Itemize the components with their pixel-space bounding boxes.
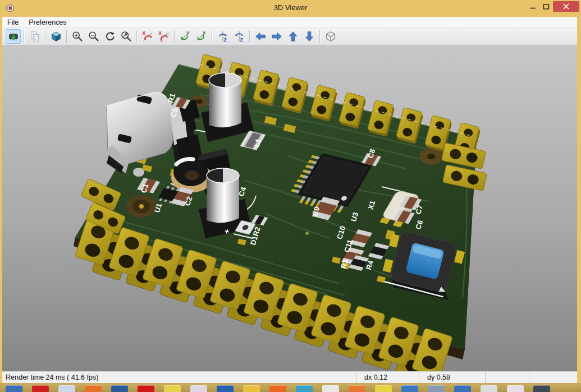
toolbar-separator [319, 30, 320, 43]
rotate-z-pos-icon: Z [233, 30, 245, 43]
toolbar-separator [249, 30, 250, 43]
svg-text:Y: Y [186, 31, 189, 36]
toolbar-separator [45, 30, 45, 43]
rotate-y-pos-icon: Y [195, 30, 208, 43]
taskbar-app-icon[interactable] [322, 385, 339, 392]
status-empty [485, 372, 529, 383]
render-shaded-button[interactable] [48, 29, 63, 44]
toolbar-separator [174, 30, 175, 43]
rotate-z-neg-button[interactable]: Z [215, 29, 230, 44]
taskbar-app-icon[interactable] [32, 385, 49, 392]
rotate-z-pos-button[interactable]: Z [231, 29, 246, 44]
taskbar-app-icon[interactable] [58, 385, 75, 392]
taskbar-icons [6, 384, 560, 392]
rotate-x-pos-icon: X [158, 30, 170, 43]
arrow-up-icon [287, 30, 299, 43]
close-button[interactable] [553, 1, 579, 12]
toolbar-separator [212, 30, 212, 43]
taskbar-app-icon[interactable] [269, 385, 286, 392]
maximize-button[interactable] [539, 1, 553, 12]
zoom-to-fit-button[interactable] [118, 29, 134, 44]
copy-image-button[interactable] [27, 29, 42, 44]
rotate-x-neg-icon: X [141, 30, 154, 43]
move-down-button[interactable] [301, 29, 317, 44]
rotate-y-neg-button[interactable]: Y [177, 29, 193, 44]
zoom-out-button[interactable] [86, 29, 101, 44]
rotate-z-neg-icon: Z [217, 30, 229, 43]
statusbar: Render time 24 ms ( 41.6 fps) dx 0.12 dy… [2, 371, 577, 383]
rotate-y-pos-button[interactable]: Y [194, 29, 209, 44]
minimize-button[interactable] [526, 1, 539, 12]
pcb-3d-render[interactable]: R1 C5 L1 C1 U1 C2 C4 + D1R2 C8 C9 C10 C1… [2, 45, 577, 371]
taskbar-app-icon[interactable] [481, 385, 497, 392]
taskbar-app-icon[interactable] [454, 385, 471, 392]
reload-board-button[interactable] [6, 29, 21, 44]
taskbar-app-icon[interactable] [349, 385, 365, 392]
zoom-out-icon [88, 30, 100, 43]
taskbar-app-icon[interactable] [296, 385, 313, 392]
svg-text:Z: Z [223, 38, 226, 43]
status-render-time: Render time 24 ms ( 41.6 fps) [2, 372, 356, 383]
redraw-icon [104, 30, 116, 43]
reload-board-icon [7, 30, 20, 43]
menu-preferences[interactable]: Preferences [24, 17, 71, 27]
window-title: 3D Viewer [0, 3, 581, 12]
taskbar-app-icon[interactable] [6, 385, 22, 392]
ortho-cube-icon [324, 30, 337, 43]
status-dy: dy 0.58 [419, 372, 485, 383]
3d-viewer-window: 3D Viewer File Preferences [0, 0, 581, 392]
svg-text:Z: Z [240, 38, 243, 43]
taskbar-app-icon[interactable] [428, 385, 445, 392]
taskbar-app-icon[interactable] [243, 385, 260, 392]
taskbar-app-icon[interactable] [164, 385, 181, 392]
taskbar-app-icon[interactable] [85, 385, 102, 392]
menubar: File Preferences [2, 17, 577, 28]
zoom-in-button[interactable] [70, 29, 85, 44]
toolbar-separator [136, 30, 137, 43]
arrow-down-icon [303, 30, 315, 43]
taskbar-app-icon[interactable] [533, 385, 550, 392]
redraw-button[interactable] [102, 29, 117, 44]
svg-text:X: X [142, 31, 145, 36]
taskbar-app-icon[interactable] [111, 385, 128, 392]
taskbar-app-icon[interactable] [375, 385, 392, 392]
taskbar-app-icon[interactable] [217, 385, 234, 392]
rotate-y-neg-icon: Y [179, 30, 191, 43]
zoom-fit-icon [120, 30, 132, 43]
copy-icon [29, 30, 41, 43]
move-up-button[interactable] [285, 29, 300, 44]
status-dx: dx 0.12 [356, 372, 419, 383]
svg-text:X: X [158, 31, 162, 36]
move-left-button[interactable] [253, 29, 268, 44]
orthographic-projection-button[interactable] [323, 29, 338, 44]
arrow-left-icon [254, 30, 267, 43]
rotate-x-neg-button[interactable]: X [140, 29, 155, 44]
toolbar-separator [66, 30, 67, 43]
move-right-button[interactable] [269, 29, 284, 44]
menu-file[interactable]: File [2, 17, 24, 27]
taskbar-app-icon[interactable] [507, 385, 524, 392]
rotate-x-pos-button[interactable]: X [156, 29, 171, 44]
taskbar-app-icon[interactable] [401, 385, 418, 392]
titlebar[interactable]: 3D Viewer [0, 0, 581, 17]
blue-cube-icon [50, 30, 62, 43]
zoom-in-icon [71, 30, 84, 43]
windows-taskbar[interactable] [0, 384, 581, 392]
arrow-right-icon [271, 30, 283, 43]
taskbar-app-icon[interactable] [190, 385, 207, 392]
toolbar: X X Y [2, 28, 577, 45]
3d-viewport[interactable]: R1 C5 L1 C1 U1 C2 C4 + D1R2 C8 C9 C10 C1… [2, 45, 577, 371]
status-empty [529, 372, 577, 383]
taskbar-app-icon[interactable] [138, 385, 154, 392]
toolbar-separator [24, 30, 24, 43]
